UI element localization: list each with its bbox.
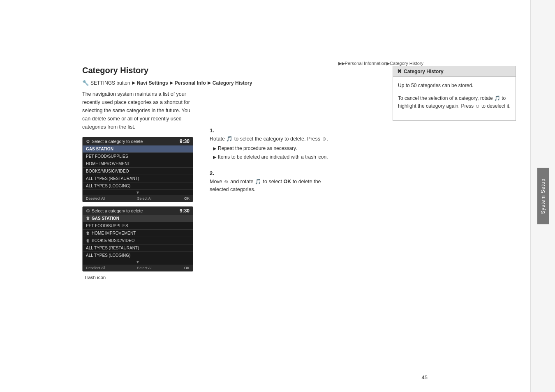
screen1-scroll: ▼ [83, 190, 193, 195]
trash-icon-1: 🗑 [86, 216, 90, 221]
screen2-header: ⚙ Select a category to delete 9:30 [83, 207, 193, 215]
screen2-time: 9:30 [180, 208, 190, 214]
arrow2: ▶ [170, 80, 173, 85]
screen1-item-2: PET FOOD/SUPPLIES [83, 153, 193, 160]
step-1-sub-2: ▶ Items to be deleted are indicated with… [213, 153, 333, 161]
screen1-header-text: Select a category to delete [92, 139, 143, 144]
screen2-footer: Deselect All Select All OK [83, 265, 193, 271]
screen2-header-left: ⚙ Select a category to delete [86, 208, 143, 214]
right-panel-header: ✖ Category History [393, 66, 516, 77]
screen1-select: Select All [137, 196, 152, 201]
screen2-item-4: 🗑BOOKS/MUSIC/VIDEO [83, 237, 193, 244]
screen1-item-5: ALL TYPES (RESTAURANT) [83, 175, 193, 182]
screen2-item-5: ALL TYPES (RESTAURANT) [83, 244, 193, 252]
step-1: 1. Rotate 🎵 to select the category to de… [210, 127, 333, 161]
panel-header-icon: ✖ [397, 68, 402, 74]
sidebar-label: System Setup [537, 168, 549, 224]
right-panel: ✖ Category History Up to 50 categories c… [393, 66, 516, 121]
settings-path: 🔧 SETTINGS button ▶ Navi Settings ▶ Pers… [82, 80, 382, 86]
screen1-header-left: ⚙ Select a category to delete [86, 139, 143, 144]
screen2-item-6: ALL TYPES (LODGING) [83, 252, 193, 259]
screen2-item-3: 🗑HOME IMPROVEMENT [83, 230, 193, 237]
step-1-sub-text-1: Repeat the procedure as necessary. [218, 145, 297, 152]
step-1-sub-1: ▶ Repeat the procedure as necessary. [213, 145, 333, 152]
screen1-item-1: GAS STATION [83, 145, 193, 153]
screen2-select: Select All [137, 266, 152, 270]
screen-mockup-1: ⚙ Select a category to delete 9:30 GAS S… [82, 137, 193, 202]
right-panel-body: Up to 50 categories can be stored. To ca… [393, 77, 516, 120]
screen1-header: ⚙ Select a category to delete 9:30 [83, 137, 193, 145]
settings-path-category: Category History [213, 80, 252, 86]
section-divider [82, 77, 382, 77]
page-number: 45 [422, 374, 428, 380]
step-1-arrow-1: ▶ [213, 145, 216, 152]
step-2: 2. Move ☺ and rotate 🎵 to select OK to d… [210, 170, 333, 194]
trash-icon-4: 🗑 [86, 238, 90, 243]
right-panel-text-1: Up to 50 categories can be stored. [398, 82, 511, 90]
right-panel-title: Category History [404, 69, 444, 74]
step-2-number: 2. [210, 170, 333, 176]
screen2-list: 🗑GAS STATION PET FOOD/SUPPLIES 🗑HOME IMP… [83, 215, 193, 259]
screen1-footer: Deselect All Select All OK [83, 195, 193, 202]
screen1-item-6: ALL TYPES (LODGING) [83, 182, 193, 190]
settings-path-personal: Personal Info [175, 80, 206, 86]
screen2-header-text: Select a category to delete [92, 208, 143, 213]
screen2-gear-icon: ⚙ [86, 208, 90, 214]
sidebar-strip: System Setup [530, 0, 555, 392]
screen2-item-2: PET FOOD/SUPPLIES [83, 222, 193, 230]
arrow1: ▶ [132, 80, 135, 85]
screen-mockup-2: ⚙ Select a category to delete 9:30 🗑GAS … [82, 206, 193, 272]
screen2-deselect: Deselect All [86, 266, 105, 270]
steps-area: 1. Rotate 🎵 to select the category to de… [210, 127, 333, 203]
step-1-text: Rotate 🎵 to select the category to delet… [210, 135, 333, 143]
settings-path-text1: SETTINGS button [90, 80, 130, 86]
screen2-item-1: 🗑GAS STATION [83, 215, 193, 222]
trash-icon-3: 🗑 [86, 231, 90, 235]
right-panel-text-2: To cancel the selection of a category, r… [398, 95, 511, 110]
description-text: The navigation system maintains a list o… [82, 90, 193, 131]
step-1-sub-text-2: Items to be deleted are indicated with a… [218, 153, 328, 161]
screen1-item-3: HOME IMPROVEMENT [83, 160, 193, 168]
screen2-ok: OK [184, 266, 190, 270]
step-2-text: Move ☺ and rotate 🎵 to select OK to dele… [210, 178, 333, 194]
step-1-number: 1. [210, 127, 333, 134]
screen2-scroll: ▼ [83, 259, 193, 265]
page-title: Category History [82, 66, 382, 75]
settings-path-navi: Navi Settings [137, 80, 168, 86]
arrow3: ▶ [208, 80, 211, 85]
trash-icon-label: Trash icon [84, 275, 382, 280]
screen1-item-4: BOOKS/MUSIC/VIDEO [83, 168, 193, 175]
step-1-arrow-2: ▶ [213, 154, 216, 161]
screen1-deselect: Deselect All [86, 196, 105, 201]
settings-icon: 🔧 [82, 80, 89, 86]
screen1-ok: OK [184, 196, 190, 201]
screen1-time: 9:30 [180, 138, 190, 144]
screen1-list: GAS STATION PET FOOD/SUPPLIES HOME IMPRO… [83, 145, 193, 190]
screen1-gear-icon: ⚙ [86, 139, 90, 144]
